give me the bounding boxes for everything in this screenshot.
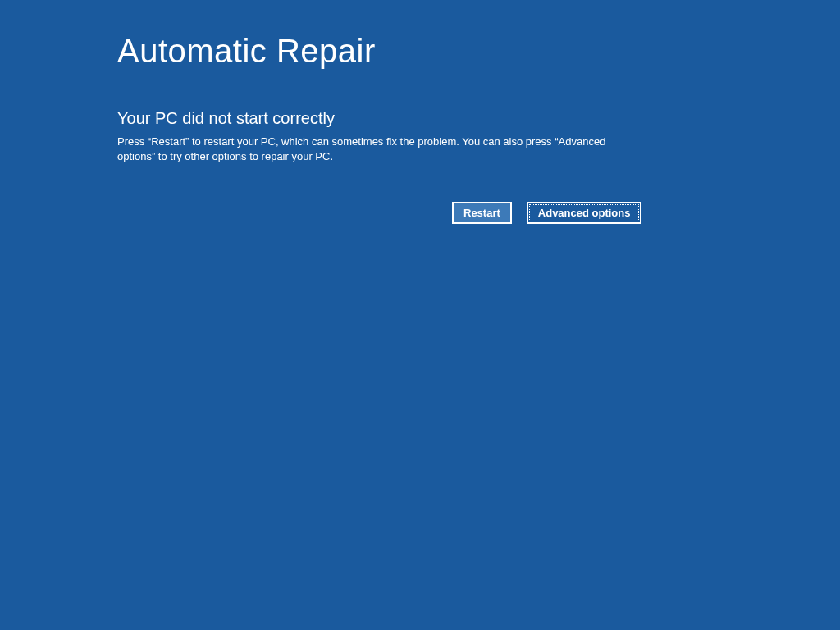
restart-button[interactable]: Restart bbox=[452, 202, 512, 224]
page-description: Press “Restart” to restart your PC, whic… bbox=[117, 135, 618, 164]
button-row: Restart Advanced options bbox=[117, 202, 723, 224]
page-title: Automatic Repair bbox=[117, 33, 723, 70]
page-subtitle: Your PC did not start correctly bbox=[117, 109, 723, 128]
repair-screen: Automatic Repair Your PC did not start c… bbox=[0, 0, 840, 224]
advanced-options-button[interactable]: Advanced options bbox=[527, 202, 642, 224]
